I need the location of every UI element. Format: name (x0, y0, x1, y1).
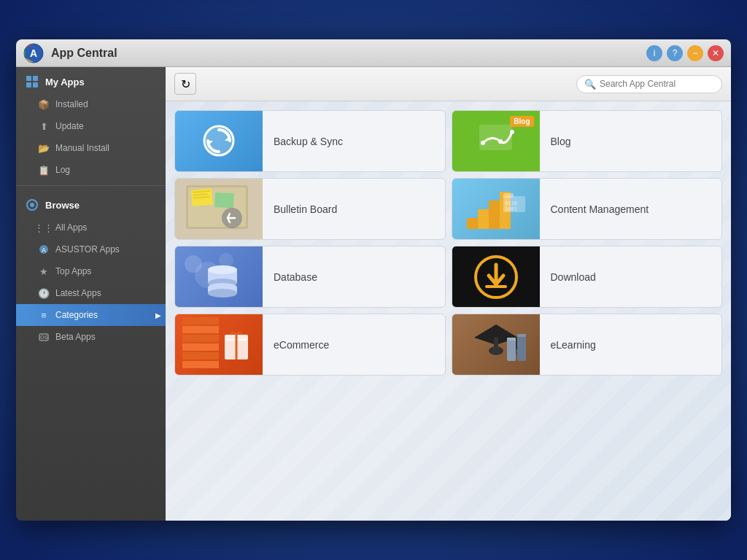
titlebar: A App Central i ? − ✕ (16, 39, 731, 67)
sidebar-item-manual-install[interactable]: 📂 Manual Install (16, 137, 166, 159)
window-body: My Apps 📦 Installed ⬆ Update 📂 Manual In… (16, 67, 731, 521)
app-card-database[interactable]: Database (174, 246, 446, 308)
app-thumb-download (452, 246, 540, 308)
svg-point-16 (481, 141, 485, 145)
svg-rect-32 (503, 193, 514, 198)
svg-point-37 (219, 253, 233, 268)
app-window: A App Central i ? − ✕ (16, 39, 731, 521)
svg-point-18 (510, 130, 514, 134)
installed-label: Installed (55, 99, 88, 109)
app-thumb-content-management: 0110 1001 (452, 178, 540, 240)
log-label: Log (55, 165, 70, 175)
svg-rect-25 (214, 192, 234, 208)
latest-apps-icon: 🕐 (38, 287, 50, 299)
categories-icon: ≡ (38, 309, 50, 321)
app-grid-area: Backup & Sync Blog (166, 101, 731, 521)
sidebar-item-asustor-apps[interactable]: A ASUSTOR Apps (16, 238, 166, 260)
svg-rect-62 (517, 335, 526, 361)
app-card-blog[interactable]: Blog Blog (452, 110, 723, 172)
app-thumb-elearning (452, 314, 540, 376)
sidebar-item-latest-apps[interactable]: 🕐 Latest Apps (16, 282, 166, 304)
titlebar-buttons: i ? − ✕ (646, 45, 724, 61)
sidebar-item-beta-apps[interactable]: OS Beta Apps (16, 326, 166, 348)
search-icon: 🔍 (584, 79, 596, 90)
app-name-download: Download (540, 271, 607, 283)
info-button[interactable]: i (646, 45, 662, 61)
app-card-download[interactable]: Download (452, 246, 723, 308)
all-apps-icon: ⋮⋮ (38, 222, 50, 233)
app-name-ecommerce: eCommerce (263, 339, 340, 351)
blog-badge: Blog (510, 116, 533, 127)
beta-apps-label: Beta Apps (55, 332, 96, 342)
app-thumb-ecommerce (175, 314, 263, 376)
svg-rect-2 (26, 76, 31, 81)
svg-point-58 (489, 346, 503, 355)
top-apps-icon: ★ (38, 265, 50, 277)
app-name-bulletin-board: Bulletin Board (263, 203, 348, 215)
svg-rect-63 (507, 338, 516, 341)
svg-rect-5 (33, 82, 38, 88)
svg-point-7 (30, 203, 34, 207)
manual-install-icon: 📂 (38, 142, 50, 154)
svg-text:1001: 1001 (505, 206, 517, 212)
refresh-button[interactable]: ↻ (174, 73, 196, 95)
app-name-elearning: eLearning (540, 339, 607, 351)
minimize-button[interactable]: − (687, 45, 703, 61)
svg-point-44 (208, 289, 237, 298)
search-input[interactable] (600, 79, 714, 89)
sidebar-myapps-header: My Apps (16, 67, 166, 93)
app-thumb-database (175, 246, 263, 308)
app-thumb-bulletin-board (175, 178, 263, 240)
app-card-bulletin-board[interactable]: Bulletin Board (174, 178, 446, 240)
app-card-ecommerce[interactable]: eCommerce (174, 314, 446, 376)
svg-point-41 (208, 265, 237, 274)
svg-rect-3 (33, 76, 38, 81)
svg-rect-27 (467, 218, 478, 229)
svg-rect-47 (182, 317, 219, 324)
svg-rect-48 (182, 326, 219, 333)
sidebar-item-log[interactable]: 📋 Log (16, 159, 166, 181)
svg-text:0110: 0110 (505, 201, 517, 206)
app-card-content-management[interactable]: 0110 1001 Content Management (452, 178, 723, 240)
app-logo: A (23, 43, 44, 63)
update-icon: ⬆ (38, 120, 50, 132)
help-button[interactable]: ? (667, 45, 683, 61)
app-thumb-blog: Blog (452, 110, 540, 172)
sidebar-item-all-apps[interactable]: ⋮⋮ All Apps (16, 217, 166, 238)
sidebar-item-categories[interactable]: ≡ Categories (16, 304, 166, 326)
log-icon: 📋 (38, 164, 50, 176)
svg-rect-51 (182, 352, 219, 359)
svg-rect-29 (489, 201, 500, 229)
main-content: ↻ 🔍 (166, 67, 731, 521)
sidebar-item-update[interactable]: ⬆ Update (16, 115, 166, 137)
svg-text:A: A (30, 47, 37, 59)
latest-apps-label: Latest Apps (55, 288, 101, 298)
app-card-elearning[interactable]: eLearning (452, 314, 723, 376)
app-name-content-management: Content Management (540, 203, 660, 215)
sidebar-item-top-apps[interactable]: ★ Top Apps (16, 260, 166, 282)
sidebar: My Apps 📦 Installed ⬆ Update 📂 Manual In… (16, 67, 166, 521)
manual-install-label: Manual Install (55, 143, 109, 153)
svg-rect-28 (478, 209, 489, 229)
app-grid: Backup & Sync Blog (174, 110, 722, 376)
sidebar-browse-header: Browse (16, 190, 166, 217)
main-toolbar: ↻ 🔍 (166, 67, 731, 101)
svg-rect-15 (479, 125, 512, 150)
app-thumb-backup-sync (175, 110, 263, 172)
svg-rect-49 (182, 335, 219, 342)
app-card-backup-sync[interactable]: Backup & Sync (174, 110, 446, 172)
search-box: 🔍 (576, 75, 722, 93)
all-apps-label: All Apps (55, 222, 87, 233)
browse-icon (25, 198, 39, 212)
app-name-database: Database (263, 271, 328, 283)
svg-rect-61 (507, 339, 516, 361)
svg-rect-50 (182, 343, 219, 351)
svg-rect-4 (26, 82, 31, 88)
svg-text:OS: OS (40, 335, 47, 340)
svg-text:A: A (42, 246, 47, 254)
categories-label: Categories (55, 310, 98, 320)
close-button[interactable]: ✕ (708, 45, 724, 61)
browse-label: Browse (45, 200, 80, 211)
myapps-label: My Apps (45, 77, 85, 88)
sidebar-item-installed[interactable]: 📦 Installed (16, 93, 166, 115)
